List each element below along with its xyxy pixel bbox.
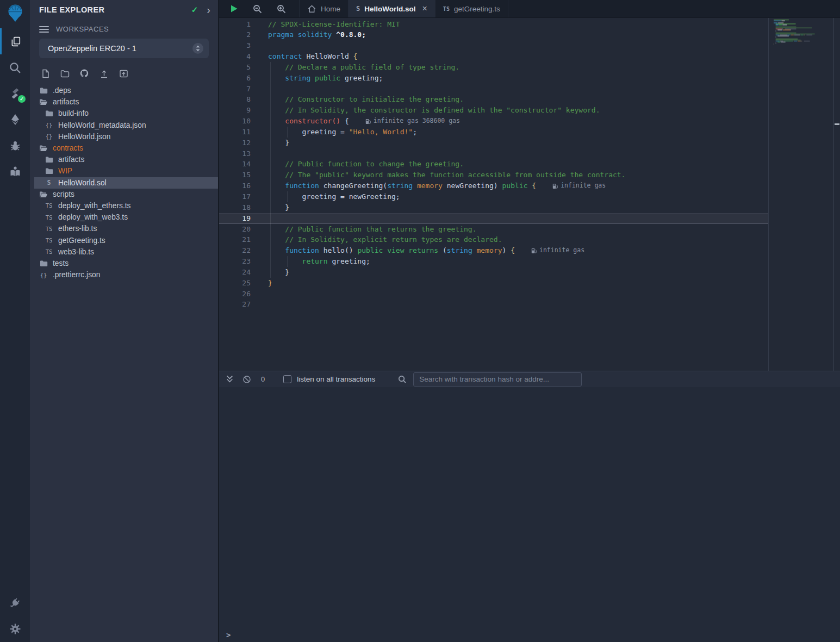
hamburger-menu-icon[interactable] — [39, 26, 49, 33]
book-icon — [9, 166, 21, 178]
sidebar-item-search[interactable] — [0, 54, 30, 80]
tree-item-label: getGreeting.ts — [58, 236, 105, 245]
listen-transactions-checkbox[interactable] — [283, 375, 291, 383]
code-line-1: 1// SPDX-License-Identifier: MIT — [219, 19, 768, 30]
workspace-dropdown[interactable]: OpenZeppelin ERC20 - 1 — [39, 39, 209, 58]
folder-closed-icon — [45, 167, 53, 174]
bug-icon — [9, 140, 21, 152]
folder-open-icon — [39, 191, 48, 198]
tree-item-helloworld-json[interactable]: {}HelloWorld.json — [30, 131, 218, 142]
line-number: 20 — [219, 224, 267, 235]
gas-estimate-widget[interactable]: infinite gas — [552, 180, 606, 191]
zoom-in-icon[interactable] — [277, 4, 286, 14]
new-file-icon[interactable] — [38, 67, 52, 79]
code-line-20: 20 // Public function that returns the g… — [219, 224, 768, 235]
tree-item-label: .prettierrc.json — [53, 271, 100, 279]
tree-item-ethers-lib-ts[interactable]: TSethers-lib.ts — [30, 223, 218, 234]
sidebar-item-file-explorer[interactable] — [0, 28, 30, 54]
line-number: 13 — [219, 148, 267, 159]
tree-item-label: HelloWorld_metadata.json — [58, 121, 146, 129]
tab-label: Home — [321, 5, 340, 13]
tree-item-label: HelloWorld.sol — [58, 179, 107, 187]
tree-item--deps[interactable]: .deps — [30, 85, 218, 96]
tab-home[interactable]: Home — [299, 0, 349, 17]
terminal-search-input[interactable] — [413, 372, 582, 387]
tree-item-helloworld-sol[interactable]: SHelloWorld.sol — [34, 177, 218, 189]
upload-file-icon[interactable] — [97, 67, 111, 79]
tree-item-wip[interactable]: WIP — [30, 165, 218, 177]
remix-logo[interactable] — [0, 0, 30, 28]
clone-github-icon[interactable] — [77, 67, 91, 79]
file-toolbar — [30, 58, 218, 79]
json-icon: {} — [39, 272, 48, 278]
close-icon[interactable]: × — [422, 4, 427, 14]
tree-item-helloworld-metadata-json[interactable]: {}HelloWorld_metadata.json — [30, 120, 218, 131]
code-text: // Public function to change the greetin… — [267, 159, 464, 170]
tab-helloworld-sol[interactable]: S HelloWorld.sol × — [349, 0, 435, 17]
tree-item-contracts[interactable]: contracts — [30, 142, 218, 154]
editor-controls — [219, 0, 299, 17]
tree-item-artifacts[interactable]: artifacts — [30, 96, 218, 108]
sidebar-item-settings[interactable] — [0, 616, 30, 642]
tree-item-tests[interactable]: tests — [30, 258, 218, 269]
panel-title: FILE EXPLORER — [39, 5, 191, 14]
remix-logo-icon — [7, 4, 23, 24]
folder-closed-icon — [39, 260, 48, 267]
tree-item-web3-lib-ts[interactable]: TSweb3-lib.ts — [30, 246, 218, 258]
line-number: 26 — [219, 289, 267, 300]
sidebar-item-plugin-manager[interactable] — [0, 590, 30, 616]
file-explorer-icon — [10, 36, 22, 47]
tree-item-build-info[interactable]: build-info — [30, 108, 218, 119]
line-number: 7 — [219, 84, 267, 95]
terminal-toolbar: 0 listen on all transactions — [219, 371, 840, 387]
code-text: function hello() public view returns (st… — [267, 245, 515, 256]
run-script-button[interactable] — [230, 4, 238, 13]
gas-estimate-widget[interactable]: infinite gas — [531, 245, 584, 256]
json-icon: {} — [45, 133, 53, 140]
tree-item-label: deploy_with_web3.ts — [58, 213, 128, 221]
tree-item-label: WIP — [58, 167, 72, 175]
tree-item-label: tests — [53, 259, 69, 267]
file-tree: .depsartifactsbuild-info{}HelloWorld_met… — [30, 85, 218, 281]
chevrons-down-icon[interactable] — [226, 375, 234, 383]
tab-getgreeting-ts[interactable]: TS getGreeting.ts — [435, 0, 508, 17]
sidebar-item-learn[interactable] — [0, 159, 30, 185]
gas-estimate-widget[interactable]: infinite gas 368600 gas — [365, 116, 460, 127]
overview-ruler[interactable] — [833, 18, 840, 371]
minimap[interactable] — [773, 19, 824, 323]
checkmark-icon[interactable]: ✓ — [191, 5, 198, 15]
terminal-output[interactable]: > — [219, 387, 840, 642]
folder-open-icon — [39, 145, 48, 152]
code-line-15: 15 // The "public" keyword makes the fun… — [219, 170, 768, 180]
tree-item-getgreeting-ts[interactable]: TSgetGreeting.ts — [30, 234, 218, 246]
code-line-5: 5 // Declare a public field of type stri… — [219, 62, 768, 73]
new-folder-icon[interactable] — [58, 67, 72, 79]
line-number: 12 — [219, 138, 267, 148]
up-down-arrows-icon[interactable] — [192, 43, 203, 54]
sidebar-item-solidity-compiler[interactable]: ✓ — [0, 80, 30, 107]
plug-icon — [7, 595, 23, 612]
remix-ide-window: ✓ — [0, 0, 840, 642]
tree-item-artifacts[interactable]: artifacts — [30, 154, 218, 165]
code-line-7: 7 — [219, 84, 768, 95]
solidity-file-icon: S — [356, 5, 360, 13]
code-text — [267, 84, 268, 95]
line-number: 15 — [219, 170, 267, 180]
code-editor[interactable]: 1// SPDX-License-Identifier: MIT2pragma … — [219, 18, 840, 371]
tree-item-deploy-with-ethers-ts[interactable]: TSdeploy_with_ethers.ts — [30, 200, 218, 211]
sidebar-item-deploy-run[interactable] — [0, 107, 30, 133]
tree-item-deploy-with-web3-ts[interactable]: TSdeploy_with_web3.ts — [30, 211, 218, 223]
chevron-right-icon[interactable]: › — [207, 6, 210, 14]
line-number: 23 — [219, 256, 267, 267]
upload-folder-icon[interactable] — [116, 67, 130, 79]
zoom-out-icon[interactable] — [253, 4, 262, 14]
overview-ruler-cursor-marker — [835, 123, 839, 125]
clear-console-icon[interactable] — [242, 375, 251, 384]
tree-item-label: deploy_with_ethers.ts — [58, 202, 130, 210]
line-number: 2 — [219, 29, 267, 40]
code-text: // In Solidity, explicit return types ar… — [267, 234, 502, 245]
sidebar-item-debugger[interactable] — [0, 133, 30, 159]
tree-item--prettierrc-json[interactable]: {}.prettierrc.json — [30, 269, 218, 281]
tree-item-scripts[interactable]: scripts — [30, 189, 218, 200]
code-line-25: 25} — [219, 278, 768, 289]
